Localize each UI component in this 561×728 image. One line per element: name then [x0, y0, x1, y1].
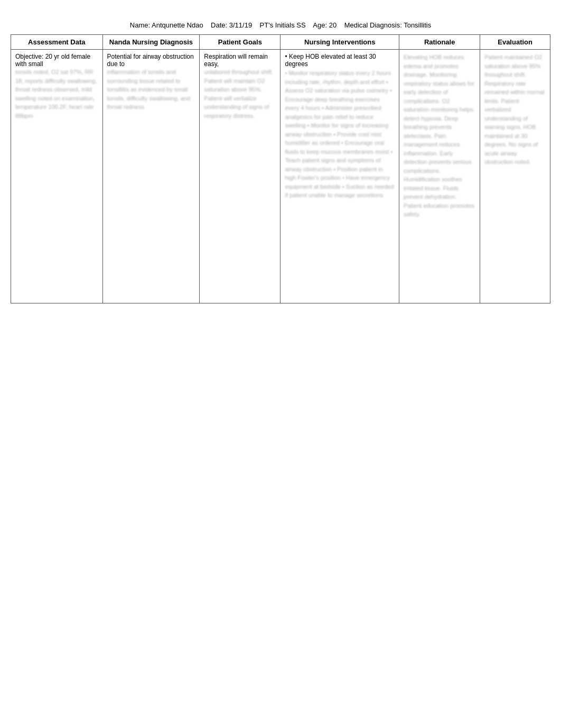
assessment-blurred-text: tonsils noted, O2 sat 97%, RR 18, report… [15, 68, 98, 120]
evaluation-blurred-text: Patient maintained O2 saturation above 9… [484, 53, 546, 167]
nanda-blurred-text: inflammation of tonsils and surrounding … [107, 68, 195, 112]
goals-clear-text: Respiration will remain easy, [204, 53, 276, 68]
rationale-cell: Elevating HOB reduces edema and promotes… [399, 50, 480, 303]
col-header-interventions: Nursing Interventions [280, 35, 399, 50]
col-header-evaluation: Evaluation [480, 35, 550, 50]
col-header-nanda: Nanda Nursing Diagnosis [102, 35, 200, 50]
care-plan-table: Assessment Data Nanda Nursing Diagnosis … [11, 34, 550, 303]
interventions-blurred-text: • Monitor respiratory status every 2 hou… [285, 69, 395, 200]
initials-value: SS [296, 21, 305, 29]
name-value: Antqunette Ndao [152, 21, 203, 29]
initials-label: PT's Initials [260, 21, 295, 29]
interventions-clear-line: • Keep HOB elevated at least 30 degrees [285, 53, 395, 68]
table-header-row: Assessment Data Nanda Nursing Diagnosis … [11, 35, 550, 50]
rationale-blurred-text: Elevating HOB reduces edema and promotes… [404, 53, 475, 219]
diagnosis-label: Medical Diagnosis: [344, 21, 402, 29]
interventions-cell: • Keep HOB elevated at least 30 degrees … [280, 50, 399, 303]
goals-cell: Respiration will remain easy, unlabored … [200, 50, 280, 303]
assessment-clear-text: Objective: 20 yr old female with small [15, 53, 98, 68]
evaluation-cell: Patient maintained O2 saturation above 9… [480, 50, 550, 303]
header-info: Name: Antqunette Ndao Date: 3/11/19 PT's… [11, 21, 550, 29]
age-value: 20 [329, 21, 336, 29]
date-label: Date: [211, 21, 227, 29]
col-header-goals: Patient Goals [200, 35, 280, 50]
nanda-cell: Potential for airway obstruction due to … [102, 50, 200, 303]
nanda-clear-text: Potential for airway obstruction due to [107, 53, 195, 68]
name-label: Name: [130, 21, 150, 29]
date-value: 3/11/19 [229, 21, 252, 29]
col-header-assessment: Assessment Data [11, 35, 103, 50]
age-label: Age: [313, 21, 327, 29]
assessment-cell: Objective: 20 yr old female with small t… [11, 50, 103, 303]
table-row: Objective: 20 yr old female with small t… [11, 50, 550, 303]
diagnosis-value: Tonsillitis [404, 21, 431, 29]
goals-blurred-text: unlabored throughout shift. Patient will… [204, 68, 276, 120]
col-header-rationale: Rationale [399, 35, 480, 50]
